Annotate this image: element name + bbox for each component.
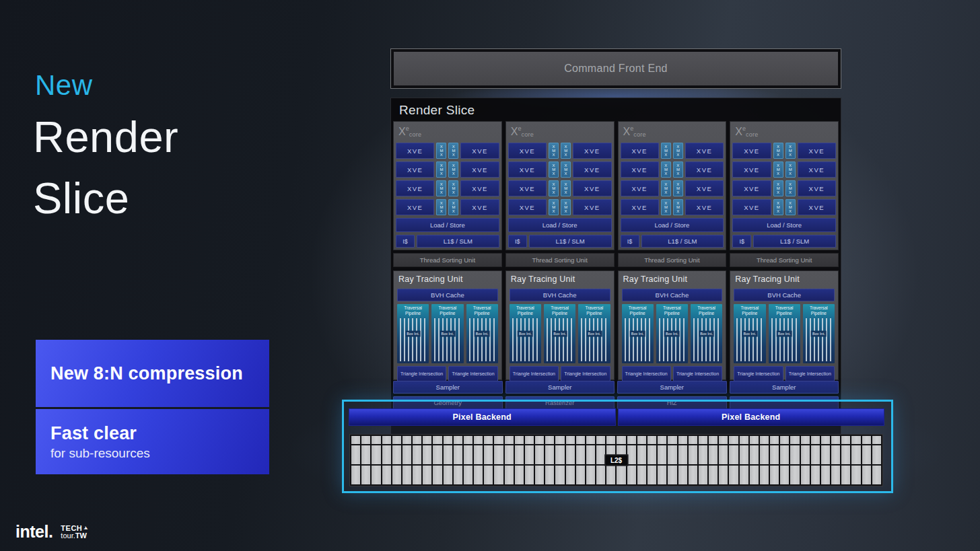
sampler-unit: Sampler xyxy=(617,381,727,394)
xe-core-block: Xecore XVE XMX XMX XVE XVE XMX XMX XVE X… xyxy=(505,121,615,250)
xmx-unit: XMX xyxy=(673,143,683,159)
l2-cache-cell xyxy=(586,445,595,464)
xve-unit: XVE xyxy=(798,199,836,215)
l2-cache-cell xyxy=(403,436,411,444)
xve-row: XVE XMX XMX XVE xyxy=(621,199,724,215)
xmx-unit: XMX xyxy=(673,180,683,196)
l2-cache-cell xyxy=(790,436,799,444)
render-slice-title: Render Slice xyxy=(399,103,475,118)
xve-unit: XVE xyxy=(396,161,434,178)
l2-cache-cell xyxy=(770,436,779,444)
l2-cache-cell xyxy=(729,466,738,484)
traversal-pipeline: Traversal Pipeline Box Int. xyxy=(691,304,722,363)
xve-row: XVE XMX XMX XVE xyxy=(508,143,612,159)
xve-unit: XVE xyxy=(621,199,659,215)
xmx-unit: XMX xyxy=(561,199,571,215)
l2-cache-cell xyxy=(790,466,799,484)
traversal-pipelines: Traversal Pipeline Box Int. Traversal Pi… xyxy=(510,304,610,363)
traversal-pipeline-label: Traversal Pipeline xyxy=(544,304,575,317)
l2-cache-cell xyxy=(382,436,391,444)
traversal-pipeline: Traversal Pipeline Box Int. xyxy=(431,304,463,363)
xe-core-sub: core xyxy=(633,131,646,138)
xmx-unit: XMX xyxy=(661,199,671,215)
l1-slm-cache: L1$ / SLM xyxy=(753,235,836,248)
xe-core-column: Xecore XVE XMX XMX XVE XVE XMX XMX XVE X… xyxy=(393,121,502,380)
xmx-unit: XMX xyxy=(448,143,458,159)
box-intersection-label: Box Int. xyxy=(405,331,421,337)
l2-cache-cell xyxy=(423,466,431,484)
l2-cache-cell xyxy=(515,466,524,484)
l2-cache-grid: L2$ xyxy=(349,434,883,486)
traversal-pipeline: Traversal Pipeline Box Int. xyxy=(622,304,654,363)
ray-tracing-unit-title: Ray Tracing Unit xyxy=(396,273,499,289)
xve-unit: XVE xyxy=(732,161,771,178)
pipeline-lanes xyxy=(806,318,833,361)
l2-cache-cell xyxy=(719,445,728,464)
l2-cache-cell xyxy=(689,445,697,464)
l2-cache-cell xyxy=(780,445,789,464)
l2-cache-cell xyxy=(545,436,554,444)
thread-sorting-unit: Thread Sorting Unit xyxy=(730,253,839,267)
ray-tracing-unit-title: Ray Tracing Unit xyxy=(732,273,836,289)
traversal-pipeline: Traversal Pipeline Box Int. xyxy=(769,304,800,363)
l2-cache-cell xyxy=(382,466,391,484)
l2-cache-cell xyxy=(648,445,656,464)
bvh-cache: BVH Cache xyxy=(510,289,610,301)
load-store-unit: Load / Store xyxy=(621,218,724,232)
l2-cache-cell xyxy=(637,445,646,464)
command-front-end: Command Front End xyxy=(394,52,838,85)
l2-cache-cell xyxy=(627,436,636,444)
l2-cache-cell xyxy=(831,466,840,484)
xmx-unit: XMX xyxy=(436,180,446,196)
xve-row: XVE XMX XMX XVE xyxy=(621,161,724,178)
ray-tracing-unit: Ray Tracing Unit BVH Cache Traversal Pip… xyxy=(730,270,839,380)
l2-row xyxy=(351,436,881,444)
pipeline-lanes xyxy=(434,318,461,361)
traversal-pipeline: Traversal Pipeline Box Int. xyxy=(510,304,541,363)
xmx-unit: XMX xyxy=(661,143,671,159)
l2-cache-cell xyxy=(413,445,421,464)
l2-cache-cell xyxy=(851,466,860,484)
l2-cache-cell xyxy=(433,436,442,444)
xmx-unit: XMX xyxy=(549,199,559,215)
l2-cache-cell xyxy=(586,436,595,444)
xmx-unit: XMX xyxy=(561,143,571,159)
xve-unit: XVE xyxy=(508,180,547,196)
xmx-unit: XMX xyxy=(673,199,683,215)
l2-cache-cell xyxy=(699,436,707,444)
instruction-cache: I$ xyxy=(508,235,527,248)
box-intersection-label: Box Int. xyxy=(552,331,567,337)
triangle-intersection-row: Triangle Intersection Triangle Intersect… xyxy=(510,366,610,382)
xve-unit: XVE xyxy=(798,143,836,159)
l2-cache-cell xyxy=(770,445,779,464)
l2-cache-cell xyxy=(770,466,779,484)
l2-cache-cell xyxy=(750,436,759,444)
xe-core-block: Xecore XVE XMX XMX XVE XVE XMX XMX XVE X… xyxy=(618,121,727,250)
l2-cache-cell xyxy=(525,445,534,464)
l2-cache-cell xyxy=(566,466,575,484)
xmx-unit: XMX xyxy=(448,199,458,215)
triangle-intersection-row: Triangle Intersection Triangle Intersect… xyxy=(622,366,723,382)
sampler-unit: Sampler xyxy=(505,381,615,394)
traversal-pipeline-label: Traversal Pipeline xyxy=(656,304,688,317)
instruction-cache: I$ xyxy=(621,235,639,248)
box-intersection-label: Box Int. xyxy=(699,331,714,337)
l2-cache-cell xyxy=(423,436,431,444)
xe-core-header: Xecore xyxy=(732,124,836,143)
l2-cache-cell xyxy=(372,466,380,484)
l2-cache-cell xyxy=(525,436,534,444)
l2-cache-cell xyxy=(811,466,820,484)
box-intersection-label: Box Int. xyxy=(811,331,827,337)
l2-cache-cell xyxy=(372,436,380,444)
ray-tracing-unit: Ray Tracing Unit BVH Cache Traversal Pip… xyxy=(618,270,727,380)
xve-row: XVE XMX XMX XVE xyxy=(732,161,836,178)
xe-core-sub: core xyxy=(521,131,534,138)
callout-fast-clear-subtitle: for sub-resources xyxy=(50,446,269,461)
xe-core-sub: core xyxy=(746,131,759,138)
traversal-pipelines: Traversal Pipeline Box Int. Traversal Pi… xyxy=(622,304,723,363)
xe-core-header: Xecore xyxy=(396,124,499,143)
xe-cores-row: Xecore XVE XMX XMX XVE XVE XMX XMX XVE X… xyxy=(393,121,839,380)
thread-sorting-unit: Thread Sorting Unit xyxy=(618,253,727,267)
l2-cache-cell xyxy=(525,466,534,484)
triangle-intersection-unit: Triangle Intersection xyxy=(397,366,446,382)
